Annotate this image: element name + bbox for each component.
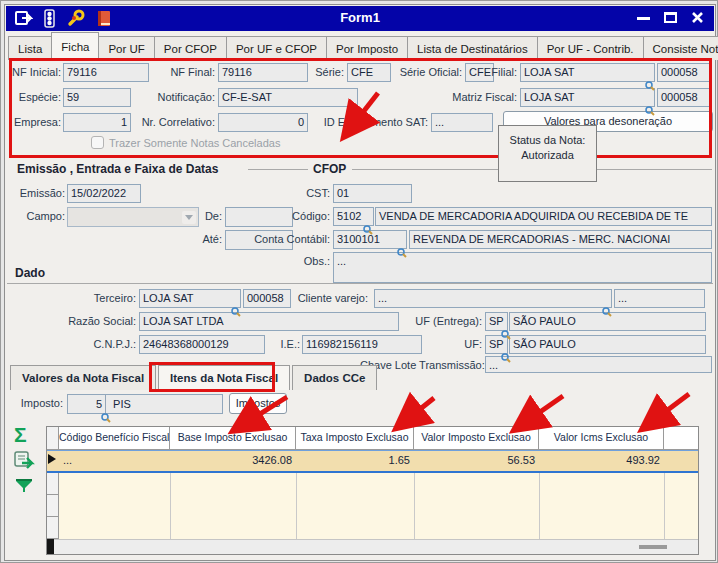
imposto-field[interactable]: 5 PIS [67, 394, 223, 414]
nf-final-field[interactable]: 79116 [218, 63, 308, 82]
tab-lista-destinatarios[interactable]: Lista de Destinatários [407, 36, 538, 60]
cell-valor-icms[interactable]: 493.92 [539, 451, 664, 466]
tab-ficha[interactable]: Ficha [51, 32, 99, 60]
serie-label: Série: [304, 66, 344, 78]
cell-codigo-beneficio[interactable]: ... [59, 451, 170, 466]
cliente-varejo-label: Cliente varejo: [290, 292, 368, 304]
codigo-lookup-icon[interactable] [363, 221, 373, 239]
obs-field[interactable]: ... [333, 252, 712, 283]
desktop-frame: Form1 Lista Ficha Por UF Por CFOP Por UF… [0, 0, 718, 563]
sum-sigma-icon[interactable]: Σ [14, 423, 27, 447]
grid-column-line [664, 473, 665, 539]
campo-dropdown[interactable] [67, 207, 199, 227]
grid-col-taxa-imposto[interactable]: Taxa Imposto Exclusao [296, 427, 414, 450]
cell-valor-imposto[interactable]: 56.53 [414, 451, 539, 466]
hscrollbar-grip[interactable] [639, 545, 667, 549]
tab-lista[interactable]: Lista [8, 36, 52, 60]
grid-col-valor-icms[interactable]: Valor Icms Exclusao [539, 427, 664, 450]
cell-taxa-imposto[interactable]: 1.65 [296, 451, 414, 466]
close-button[interactable] [690, 11, 706, 25]
status-nota-line1: Status da Nota: [510, 134, 586, 146]
export-record-icon[interactable] [13, 450, 35, 474]
conta-contabil-lookup-icon[interactable] [397, 244, 407, 262]
nf-final-label: NF Final: [155, 66, 215, 78]
filial-lookup-icon[interactable] [645, 77, 655, 95]
hscrollbar-thumb[interactable] [47, 539, 54, 554]
tab-dados-cce[interactable]: Dados CCe [292, 365, 377, 390]
tab-por-cfop[interactable]: Por CFOP [154, 36, 227, 60]
grid-indicator-header [47, 427, 59, 450]
tab-por-imposto[interactable]: Por Imposto [326, 36, 408, 60]
razao-social-field[interactable]: LOJA SAT LTDA [139, 312, 399, 331]
imposto-nome: PIS [109, 395, 131, 410]
chave-lote-field[interactable]: ... [485, 356, 712, 373]
terceiro-field[interactable]: LOJA SAT [139, 289, 241, 308]
ie-label: I.E.: [273, 338, 300, 350]
filial-field[interactable]: LOJA SAT [520, 63, 655, 82]
grid-col-codigo-beneficio[interactable]: Código Benefício Fiscal [59, 427, 170, 450]
conta-contabil-label: Conta Contábil: [248, 233, 330, 245]
grid-column-line [296, 473, 297, 539]
maximize-button[interactable] [663, 11, 679, 25]
uf-entrega-lookup-icon[interactable] [501, 326, 511, 344]
tab-por-uf-e-cfop[interactable]: Por UF e CFOP [226, 36, 327, 60]
emissao-label: Emissão: [17, 187, 65, 199]
terceiro-code-field[interactable]: 000058 [243, 289, 291, 308]
cliente-varejo-code-field[interactable]: ... [614, 289, 705, 308]
emissao-field[interactable]: 15/02/2022 [67, 184, 141, 203]
grid-indicator-cell [47, 517, 59, 539]
trazer-canceladas-checkbox[interactable] [91, 136, 104, 149]
uf-nome-field[interactable]: SÃO PAULO [509, 335, 706, 354]
tab-itens-nota-fiscal[interactable]: Itens da Nota Fiscal [158, 365, 290, 390]
codigo-desc-field[interactable]: VENDA DE MERCADORIA ADQUIRIDA OU RECEBID… [375, 207, 712, 226]
grid-hscrollbar[interactable] [47, 539, 698, 554]
nf-inicial-field[interactable]: 79116 [63, 63, 149, 82]
window-title: Form1 [6, 10, 714, 25]
tab-por-uf-contrib[interactable]: Por UF - Contrib. [537, 36, 644, 60]
grid-col-base-imposto[interactable]: Base Imposto Exclusao [170, 427, 296, 450]
grid-column-line [414, 473, 415, 539]
filter-funnel-icon[interactable] [15, 479, 33, 499]
nf-inicial-label: NF Inicial: [9, 66, 61, 78]
nr-correlativo-field[interactable]: 0 [218, 113, 308, 132]
filial-label: Filial: [489, 66, 517, 78]
tab-por-uf[interactable]: Por UF [98, 36, 154, 60]
matriz-fiscal-field[interactable]: LOJA SAT [520, 88, 655, 107]
uf-label: UF: [457, 338, 482, 350]
especie-field[interactable]: 59 [63, 88, 131, 107]
uf-lookup-icon[interactable] [501, 349, 511, 367]
row-indicator-arrow [48, 454, 56, 464]
empresa-field[interactable]: 1 [63, 113, 131, 132]
cliente-varejo-field[interactable]: ... [374, 289, 612, 308]
id-equipamento-sat-field[interactable]: ... [431, 113, 493, 132]
cliente-varejo-lookup-icon[interactable] [602, 303, 612, 321]
campo-label: Campo: [17, 210, 65, 222]
ie-field[interactable]: 116982156119 [302, 335, 422, 354]
cell-base-imposto[interactable]: 3426.08 [170, 451, 296, 466]
serie-oficial-label: Série Oficial: [393, 66, 462, 78]
terceiro-lookup-icon[interactable] [231, 303, 241, 321]
cfop-section-header: CFOP [313, 162, 346, 176]
notificacao-field[interactable]: CF-E-SAT [218, 88, 358, 107]
tab-valores-nota-fiscal[interactable]: Valores da Nota Fiscal [10, 365, 156, 390]
matriz-fiscal-code-field[interactable]: 000058 [657, 88, 710, 107]
grid-column-line [539, 473, 540, 539]
minimize-button[interactable] [636, 11, 652, 25]
especie-label: Espécie: [9, 91, 61, 103]
obs-label: Obs.: [298, 255, 330, 267]
de-label: De: [193, 210, 222, 222]
grid-col-valor-imposto[interactable]: Valor Imposto Exclusao [414, 427, 539, 450]
cnpj-field[interactable]: 24648368000129 [139, 335, 265, 354]
dado-section-header: Dado [15, 266, 45, 280]
imposto-lookup-icon[interactable] [101, 409, 111, 427]
conta-contabil-desc-field[interactable]: REVENDA DE MERCADORIAS - MERC. NACIONAI [409, 230, 712, 249]
nr-correlativo-label: Nr. Correlativo: [133, 116, 215, 128]
impostos-button[interactable]: Impostos [229, 393, 287, 414]
tab-consiste-notas[interactable]: Consiste Notas [643, 36, 718, 60]
serie-field[interactable]: CFE [347, 63, 391, 82]
filial-code-field[interactable]: 000058 [657, 63, 710, 82]
matriz-fiscal-lookup-icon[interactable] [645, 102, 655, 120]
imposto-label: Imposto: [13, 397, 63, 409]
cst-field[interactable]: 01 [333, 184, 412, 203]
trazer-canceladas-label: Trazer Somente Notas Canceladas [109, 137, 280, 149]
